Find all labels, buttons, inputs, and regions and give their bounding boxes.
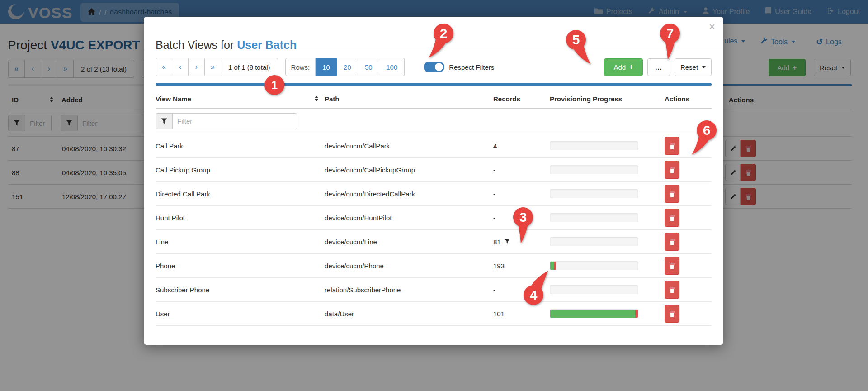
view-name-cell: Hunt Pilot: [156, 214, 325, 222]
path-cell: device/cucm/CallPickupGroup: [325, 166, 493, 174]
table-row: Line device/cucm/Line 81: [156, 230, 712, 254]
view-name-cell: Subscriber Phone: [156, 286, 325, 294]
records-cell: -: [493, 286, 495, 294]
delete-view-button[interactable]: [665, 305, 679, 323]
rows-per-page-selector: Rows: 10 20 50 100: [285, 58, 405, 76]
records-cell: 4: [493, 142, 497, 150]
records-cell: 81: [493, 238, 501, 246]
callout-6: 6: [691, 117, 722, 162]
view-name-filter-input[interactable]: [173, 113, 297, 129]
records-header: Records: [493, 95, 550, 103]
batch-views-table: View Name Path Records Provisioning Prog…: [156, 89, 712, 326]
delete-view-button[interactable]: [665, 257, 679, 275]
view-name-cell: Directed Call Park: [156, 190, 325, 198]
actions-header: Actions: [665, 95, 712, 103]
svg-text:6: 6: [703, 123, 711, 138]
path-cell: data/User: [325, 310, 493, 318]
rows-option-20[interactable]: 20: [337, 58, 358, 76]
records-cell: 101: [493, 310, 505, 318]
callout-4: 4: [518, 259, 549, 309]
page-count-label: 1 of 1 (8 total): [221, 58, 278, 76]
next-page-button[interactable]: ›: [188, 58, 204, 76]
path-cell: relation/SubscriberPhone: [325, 286, 493, 294]
view-name-cell: Line: [156, 238, 325, 246]
progress-bar: [550, 213, 638, 222]
last-page-button[interactable]: »: [204, 58, 221, 76]
progress-bar: [550, 189, 638, 198]
delete-view-button[interactable]: [665, 161, 679, 179]
svg-text:2: 2: [440, 26, 448, 41]
table-row: Subscriber Phone relation/SubscriberPhon…: [156, 278, 712, 302]
prev-page-button[interactable]: ‹: [172, 58, 188, 76]
records-cell: -: [493, 214, 495, 222]
view-name-filter: [156, 113, 297, 129]
table-row: User data/User 101: [156, 302, 712, 326]
progress-bar: [550, 285, 638, 294]
progress-bar: [550, 141, 638, 150]
view-name-cell: Phone: [156, 262, 325, 270]
delete-view-button[interactable]: [665, 209, 679, 227]
progress-bar: [550, 165, 638, 174]
svg-text:3: 3: [519, 210, 527, 224]
callout-1: 1: [264, 75, 284, 95]
progress-bar: [550, 237, 638, 246]
svg-text:7: 7: [666, 26, 674, 41]
callout-7: 7: [654, 20, 686, 65]
delete-view-button[interactable]: [665, 281, 679, 299]
progress-bar: [550, 261, 638, 270]
records-cell: -: [493, 190, 495, 198]
delete-view-button[interactable]: [665, 233, 679, 251]
records-cell: -: [493, 166, 495, 174]
add-view-button[interactable]: Add+: [604, 58, 643, 76]
rows-label: Rows:: [285, 58, 316, 76]
records-cell: 193: [493, 262, 505, 270]
modal-blue-divider: [156, 83, 712, 86]
batch-views-modal: × Batch Views for User Batch « ‹ › » 1 o…: [144, 17, 723, 345]
table-row: Call Park device/cucm/CallPark 4: [156, 134, 712, 158]
modal-pagination: « ‹ › » 1 of 1 (8 total): [156, 58, 278, 76]
batch-name: User Batch: [237, 38, 297, 51]
plus-icon: +: [629, 63, 633, 71]
sort-icon[interactable]: [315, 96, 318, 101]
chevron-down-icon: [702, 66, 706, 68]
table-row: Hunt Pilot device/cucm/HuntPilot -: [156, 206, 712, 230]
table-filter-row: [156, 109, 712, 134]
rows-option-10[interactable]: 10: [316, 58, 337, 76]
path-cell: device/cucm/CallPark: [325, 142, 493, 150]
table-row: Call Pickup Group device/cucm/CallPickup…: [156, 158, 712, 182]
path-cell: device/cucm/DirectedCallPark: [325, 190, 493, 198]
svg-text:4: 4: [530, 287, 538, 302]
callout-3: 3: [507, 204, 539, 249]
svg-text:5: 5: [572, 32, 580, 47]
callout-2: 2: [428, 20, 459, 65]
path-cell: device/cucm/Line: [325, 238, 493, 246]
table-header-row: View Name Path Records Provisioning Prog…: [156, 89, 712, 109]
view-name-cell: Call Pickup Group: [156, 166, 325, 174]
close-icon[interactable]: ×: [709, 20, 715, 33]
progress-bar: [550, 309, 638, 318]
callout-5: 5: [560, 26, 592, 72]
progress-header: Provisioning Progress: [550, 95, 665, 103]
view-name-cell: Call Park: [156, 142, 325, 150]
path-cell: device/cucm/Phone: [325, 262, 493, 270]
view-name-cell: User: [156, 310, 325, 318]
filter-funnel-icon[interactable]: [156, 113, 173, 129]
delete-view-button[interactable]: [665, 137, 679, 155]
rows-option-50[interactable]: 50: [358, 58, 379, 76]
rows-option-100[interactable]: 100: [379, 58, 405, 76]
table-row: Directed Call Park device/cucm/DirectedC…: [156, 182, 712, 206]
first-page-button[interactable]: «: [156, 58, 172, 76]
delete-view-button[interactable]: [665, 185, 679, 203]
view-name-header[interactable]: View Name: [156, 95, 191, 103]
path-cell: device/cucm/HuntPilot: [325, 214, 493, 222]
path-header[interactable]: Path: [325, 95, 493, 103]
table-row: Phone device/cucm/Phone 193: [156, 254, 712, 278]
